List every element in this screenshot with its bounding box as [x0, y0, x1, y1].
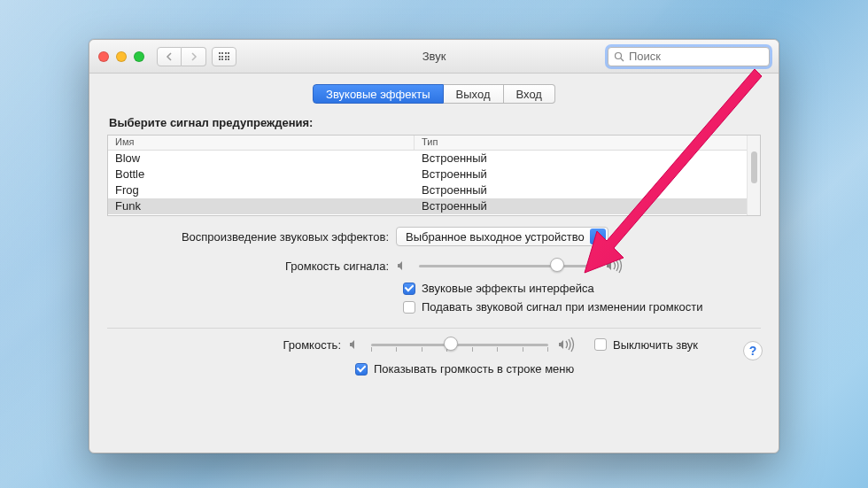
- updown-arrows-icon: [590, 229, 606, 244]
- speaker-high-icon: [557, 337, 577, 352]
- ui-sounds-row: Звуковые эффекты интерфейса: [107, 282, 761, 295]
- preferences-window: Звук Звуковые эффекты Выход Вход Выберит…: [89, 39, 779, 453]
- cell-name: Frog: [108, 182, 415, 198]
- close-icon[interactable]: [98, 51, 109, 62]
- volume-feedback-checkbox[interactable]: [403, 301, 415, 314]
- playback-device-dropdown[interactable]: Выбранное выходное устройство: [396, 227, 608, 246]
- alert-sound-label: Выберите сигнал предупреждения:: [109, 116, 761, 129]
- mute-checkbox[interactable]: [594, 338, 607, 351]
- cell-type: Встроенный: [415, 151, 747, 167]
- show-all-button[interactable]: [212, 47, 236, 66]
- ui-sounds-label: Звуковые эффекты интерфейса: [422, 282, 594, 295]
- alert-volume-label: Громкость сигнала:: [107, 259, 396, 273]
- menubar-volume-label: Показывать громкость в строке меню: [374, 362, 574, 376]
- cell-type: Встроенный: [415, 198, 747, 214]
- content-area: Звуковые эффекты Выход Вход Выберите сиг…: [89, 74, 779, 453]
- search-icon: [614, 51, 624, 62]
- table-row[interactable]: FunkВстроенный: [108, 198, 747, 214]
- tab-input[interactable]: Вход: [504, 84, 555, 104]
- scrollbar[interactable]: [747, 136, 760, 215]
- cell-name: Blow: [108, 151, 415, 167]
- menubar-volume-row: Показывать громкость в строке меню: [107, 362, 761, 376]
- alert-volume-slider[interactable]: [419, 257, 596, 275]
- svg-line-1: [621, 58, 624, 61]
- traffic-lights: [98, 51, 144, 62]
- divider: [107, 328, 761, 329]
- tab-segmented-control: Звуковые эффекты Выход Вход: [107, 84, 761, 104]
- menubar-volume-checkbox[interactable]: [355, 363, 368, 376]
- cell-name: Bottle: [108, 167, 415, 182]
- mute-label: Выключить звук: [613, 338, 698, 352]
- playback-device-row: Воспроизведение звуковых эффектов: Выбра…: [107, 227, 761, 246]
- grid-icon: [219, 52, 230, 60]
- question-icon: ?: [749, 344, 757, 358]
- tab-sound-effects[interactable]: Звуковые эффекты: [313, 84, 444, 104]
- table-row[interactable]: FrogВстроенный: [108, 182, 747, 198]
- volume-feedback-row: Подавать звуковой сигнал при изменении г…: [107, 300, 761, 314]
- alert-sound-table: Имя Тип BlowВстроенныйBottleВстроенныйFr…: [107, 135, 761, 216]
- dropdown-value: Выбранное выходное устройство: [406, 230, 585, 244]
- search-input[interactable]: [629, 50, 763, 63]
- zoom-icon[interactable]: [134, 51, 144, 62]
- alert-volume-row: Громкость сигнала:: [107, 257, 761, 275]
- cell-type: Встроенный: [415, 182, 747, 198]
- minimize-icon[interactable]: [116, 51, 127, 62]
- forward-button[interactable]: [182, 47, 206, 66]
- ui-sounds-checkbox[interactable]: [403, 283, 415, 295]
- output-volume-label: Громкость:: [107, 338, 348, 352]
- help-button[interactable]: ?: [743, 341, 763, 360]
- chevron-right-icon: [190, 52, 198, 61]
- back-button[interactable]: [157, 47, 182, 66]
- playback-label: Воспроизведение звуковых эффектов:: [107, 230, 396, 244]
- mute-row: Выключить звук: [594, 338, 698, 352]
- column-name[interactable]: Имя: [108, 136, 415, 150]
- search-field[interactable]: [608, 47, 770, 66]
- table-header: Имя Тип: [108, 136, 747, 151]
- speaker-low-icon: [396, 259, 410, 273]
- speaker-low-icon: [348, 337, 362, 352]
- cell-type: Встроенный: [415, 167, 747, 182]
- volume-feedback-label: Подавать звуковой сигнал при изменении г…: [422, 300, 702, 314]
- tab-output[interactable]: Выход: [444, 84, 504, 104]
- titlebar: Звук: [89, 40, 779, 74]
- chevron-left-icon: [166, 52, 173, 61]
- table-row[interactable]: BlowВстроенный: [108, 151, 747, 167]
- output-volume-slider[interactable]: [371, 336, 548, 353]
- nav-buttons: [157, 47, 206, 66]
- svg-point-0: [616, 52, 622, 58]
- table-row[interactable]: BottleВстроенный: [108, 167, 747, 182]
- speaker-high-icon: [605, 258, 624, 274]
- output-volume-row: Громкость: Выключить звук: [107, 336, 761, 353]
- cell-name: Funk: [108, 198, 415, 214]
- column-type[interactable]: Тип: [415, 136, 747, 150]
